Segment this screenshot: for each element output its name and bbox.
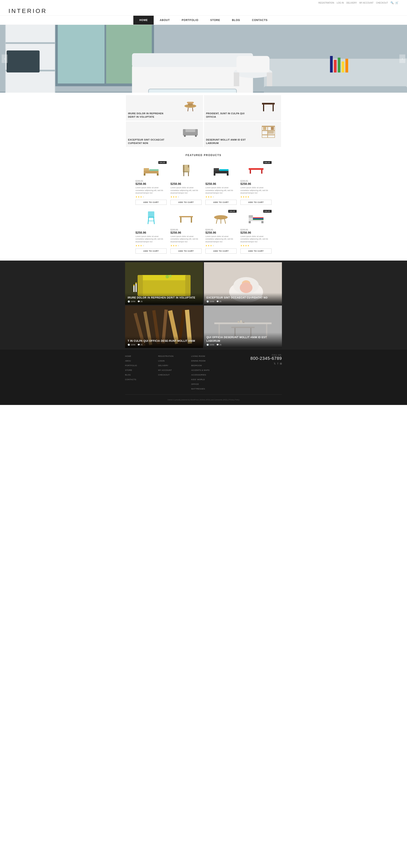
footer-link-portfolio[interactable]: PORTFOLIO xyxy=(125,365,137,367)
footer-link-accessories[interactable]: ACCESSORIES xyxy=(191,374,206,376)
category-item-3[interactable]: DESERUNT MOLLIT ANIM ID EST LABORUM xyxy=(204,122,281,147)
topbar-login[interactable]: LOG IN xyxy=(337,2,344,4)
product-card-4: $288.96 $258.96 Lorem ipsum dolor sit am… xyxy=(133,208,168,256)
product-stars-4: ★ ★ ★ ★ xyxy=(135,244,167,247)
svg-rect-85 xyxy=(253,218,263,219)
hero-prev-button[interactable]: ‹ xyxy=(2,55,8,63)
product-card-0: SALE! $288.96 $258.96 Lorem ipsum dolor … xyxy=(133,159,168,208)
blog-section: IRURE DOLOR IN REPREHEN DERIT IN VOLUPTA… xyxy=(0,260,407,350)
topbar-delivery[interactable]: DELIVERY xyxy=(346,2,357,4)
svg-rect-16 xyxy=(149,89,237,93)
product-image-wrap-6: SALE! xyxy=(206,210,237,227)
svg-rect-44 xyxy=(262,126,275,127)
nav-item-portfolio[interactable]: PORTFOLIO xyxy=(176,16,205,25)
svg-rect-49 xyxy=(271,127,274,130)
footer-link-mattresses[interactable]: MATTRESSES xyxy=(191,388,205,390)
footer-link-living[interactable]: LIVING ROOM xyxy=(191,355,205,357)
footer-link-registration[interactable]: REGISTRATION xyxy=(158,355,174,357)
svg-rect-50 xyxy=(268,131,274,134)
product-desc-6: Lorem ipsum dolor sit amet consetetur ad… xyxy=(206,235,237,243)
footer-link-home[interactable]: HOME xyxy=(125,355,131,357)
nav-item-home[interactable]: HOME xyxy=(133,16,154,25)
blog-item-0[interactable]: IRURE DOLOR IN REPREHEN DERIT IN VOLUPTA… xyxy=(125,262,203,305)
svg-rect-68 xyxy=(250,170,251,174)
add-to-cart-button-7[interactable]: ADD TO CART xyxy=(240,248,272,254)
footer-link-login[interactable]: LOGIN xyxy=(158,360,165,362)
svg-rect-77 xyxy=(191,217,192,223)
svg-rect-47 xyxy=(267,126,268,137)
footer-link-dining[interactable]: DINING ROOM xyxy=(191,360,206,362)
category-grid: IRURE DOLOR IN REPREHEN DERIT IN VOLUPTA… xyxy=(125,94,282,148)
table-icon xyxy=(260,99,277,112)
product-card-5: $288.96 $258.96 Lorem ipsum dolor sit am… xyxy=(168,208,204,256)
bed2-icon xyxy=(213,163,229,177)
topbar-checkout[interactable]: CHECKOUT xyxy=(376,2,388,4)
category-item-0[interactable]: IRURE DOLOR IN REPREHEN DERIT IN VOLUPTA… xyxy=(126,95,203,121)
footer-link-checkout[interactable]: CHECKOUT xyxy=(158,374,170,376)
product-image-wrap-5 xyxy=(170,210,201,227)
add-to-cart-button-6[interactable]: ADD TO CART xyxy=(206,248,237,254)
footer-link-office[interactable]: OFFICE xyxy=(191,383,199,385)
add-to-cart-button-1[interactable]: ADD TO CART xyxy=(170,200,201,205)
footer-link-myaccount[interactable]: MY ACCOUNT xyxy=(158,369,172,371)
add-to-cart-button-0[interactable]: ADD TO CART xyxy=(135,200,167,205)
add-to-cart-button-4[interactable]: ADD TO CART xyxy=(135,248,167,254)
svg-point-104 xyxy=(240,282,252,293)
svg-rect-25 xyxy=(237,56,270,72)
nav-item-about[interactable]: ABOUT xyxy=(154,16,176,25)
hero-next-button[interactable]: › xyxy=(399,55,405,63)
svg-rect-23 xyxy=(345,59,348,72)
add-to-cart-button-3[interactable]: ADD TO CART xyxy=(240,200,272,205)
nav-item-contacts[interactable]: CONTACTS xyxy=(246,16,274,25)
product-desc-1: Lorem ipsum dolor sit amet consetetur ad… xyxy=(170,186,201,194)
roundtable-icon xyxy=(213,211,229,225)
nav-item-store[interactable]: STORE xyxy=(205,16,226,25)
product-image-wrap-2 xyxy=(206,161,237,178)
footer-rss-link[interactable]: ⊞ xyxy=(280,362,282,365)
hero-banner: ‹ › xyxy=(0,25,407,93)
category-title-3: DESERUNT MOLLIT ANIM ID EST LABORUM xyxy=(206,138,246,145)
footer-link-kids[interactable]: KIDS' WORLD xyxy=(191,378,205,380)
table3-icon xyxy=(178,211,195,225)
nav-item-blog[interactable]: BLOG xyxy=(226,16,246,25)
svg-rect-19 xyxy=(330,56,333,72)
product-image-wrap-4 xyxy=(135,210,167,227)
sofa-icon xyxy=(182,125,199,139)
footer-facebook-link[interactable]: f xyxy=(278,362,278,365)
footer-link-contacts[interactable]: CONTACTS xyxy=(125,378,136,380)
footer-link-store[interactable]: STORE xyxy=(125,369,132,371)
footer-call: CALL US: 800-2345-6789 𝕏 f ⊞ xyxy=(224,354,282,391)
topbar-myaccount[interactable]: MY ACCOUNT xyxy=(359,2,374,4)
svg-line-72 xyxy=(148,218,149,224)
comment-icon: 💬 xyxy=(137,301,140,303)
product-stars-3: ★ ★ ★ ★ xyxy=(240,196,272,198)
svg-line-73 xyxy=(154,218,154,224)
footer-link-bedroom[interactable]: BEDROOM xyxy=(191,365,202,367)
bench-icon xyxy=(248,164,264,175)
search-icon[interactable]: 🔍 xyxy=(390,1,394,4)
svg-rect-52 xyxy=(144,168,149,171)
svg-rect-66 xyxy=(227,174,228,176)
footer-link-about[interactable]: ABOU xyxy=(125,360,131,362)
category-item-1[interactable]: PROIDENT, SUNT IN CULPA QUI OFFICIA xyxy=(204,95,281,121)
footer-twitter-link[interactable]: 𝕏 xyxy=(274,362,276,365)
cart-icon[interactable]: 🛒 xyxy=(395,1,399,4)
product-card-1: $288.96 $258.96 Lorem ipsum dolor sit am… xyxy=(168,159,204,208)
category-image-1 xyxy=(258,97,279,114)
featured-title: FEATURED PRODUCTS xyxy=(0,150,407,159)
svg-rect-30 xyxy=(187,102,194,103)
product-image-wrap-7: SALE! xyxy=(240,210,272,227)
category-item-2[interactable]: EXCEPTEUR SINT OCCAECAT CUPIDATAT NON xyxy=(126,122,203,147)
blog-item-3[interactable]: QUI OFFICIA DESERUNT MOLLIT ANIM ID EST … xyxy=(204,306,282,348)
blog-item-2[interactable]: T IN CULPA QUI OFFICIA DESE-RUNT MOLLIT … xyxy=(125,306,203,348)
product-desc-5: Lorem ipsum dolor sit amet consetetur ad… xyxy=(170,235,201,243)
footer-link-accents[interactable]: ACCENTS & MAPS xyxy=(191,369,210,371)
footer-bottom: Interior is proudly powered by WordPress… xyxy=(8,397,399,401)
add-to-cart-button-5[interactable]: ADD TO CART xyxy=(170,248,201,254)
topbar-registration[interactable]: REGISTRATION xyxy=(318,2,334,4)
svg-point-99 xyxy=(169,275,172,277)
footer-link-blog[interactable]: BLOG xyxy=(125,374,131,376)
add-to-cart-button-2[interactable]: ADD TO CART xyxy=(206,200,237,205)
blog-item-1[interactable]: EXCEPTEUR SINT OCCAECAT CU-PIDATAT NO 🕐 … xyxy=(204,262,282,305)
footer-link-delivery[interactable]: DELIVERY xyxy=(158,365,168,367)
